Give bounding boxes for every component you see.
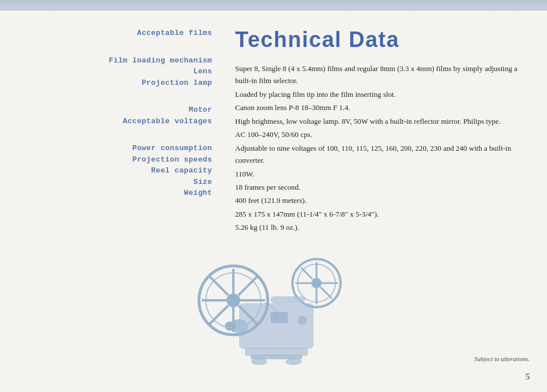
label-power-consumption: Power consumption <box>132 143 212 154</box>
page-container: Acceptable films Film loading mechanism … <box>0 10 547 392</box>
label-projection-speeds: Projection speeds <box>132 154 212 166</box>
value-size: 285 x 175 x 147mm (11-1/4″ x 6-7/8″ x 5-… <box>235 208 530 220</box>
spec-group-power: Power consumption Projection speeds Reel… <box>132 143 212 199</box>
svg-point-16 <box>311 278 322 288</box>
spec-group-motor: Motor Acceptable voltages <box>123 104 212 127</box>
projector-image-area <box>176 243 371 386</box>
label-lens: Lens <box>109 66 212 77</box>
svg-line-12 <box>239 277 257 295</box>
value-projection-speeds: 18 frames per second. <box>235 181 530 193</box>
page-number: 5 <box>526 372 530 382</box>
value-projection-lamp: High brightness, low voltage lamp. 8V, 5… <box>235 115 530 127</box>
value-weight: 5.26 kg (11 lb. 9 oz.). <box>235 221 530 233</box>
svg-point-29 <box>298 316 307 325</box>
spec-values: Super 8, Single 8 (4 x 5.4mm) films and … <box>235 62 530 234</box>
svg-line-22 <box>321 287 332 299</box>
value-acceptable-voltages: Adjustable to nine voltages of 100, 110,… <box>235 142 530 167</box>
label-reel-capacity: Reel capacity <box>132 165 212 177</box>
label-acceptable-voltages: Acceptable voltages <box>123 116 212 127</box>
value-lens: Canon zoom lens P-8 18–30mm F 1.4. <box>235 101 530 113</box>
value-film-loading: Loaded by placing film tip into the film… <box>235 88 530 100</box>
svg-rect-23 <box>245 348 308 356</box>
label-weight: Weight <box>132 187 212 199</box>
svg-line-21 <box>301 268 312 279</box>
spec-group-films: Acceptable films <box>137 28 212 39</box>
svg-point-25 <box>251 358 267 365</box>
page-title: Technical Data <box>235 28 530 52</box>
label-projection-lamp: Projection lamp <box>109 77 212 89</box>
value-acceptable-films: Super 8, Single 8 (4 x 5.4mm) films and … <box>235 62 530 87</box>
label-size: Size <box>132 177 212 188</box>
label-motor: Motor <box>123 104 212 116</box>
value-reel-capacity: 400 feet (121.9 meters). <box>235 194 530 206</box>
svg-point-26 <box>286 358 302 365</box>
label-acceptable-films: Acceptable films <box>137 28 212 39</box>
svg-rect-28 <box>271 312 288 323</box>
projector-svg <box>182 246 365 383</box>
value-power-consumption: 110W. <box>235 168 530 180</box>
svg-line-10 <box>210 277 228 295</box>
subject-note: Subject to alterations. <box>474 355 530 362</box>
spec-group-loading: Film loading mechanism Lens Projection l… <box>109 55 212 89</box>
svg-rect-0 <box>239 303 314 349</box>
top-bar <box>0 0 547 10</box>
svg-rect-27 <box>271 296 305 303</box>
label-film-loading: Film loading mechanism <box>109 55 212 66</box>
svg-point-5 <box>226 293 240 307</box>
value-motor: AC 100–240V, 50/60 cps. <box>235 128 530 140</box>
svg-line-13 <box>210 305 228 324</box>
